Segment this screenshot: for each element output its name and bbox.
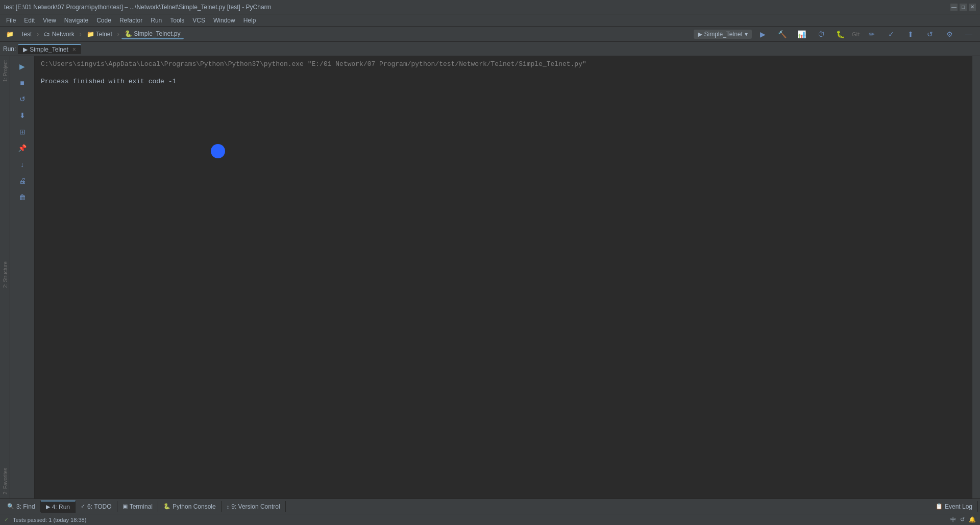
status-chinese-char[interactable]: 中 (950, 516, 956, 523)
rerun-button[interactable]: ↺ (14, 92, 31, 106)
status-right: 中 ↺ 🔔 (950, 516, 976, 523)
git-revert-button[interactable]: ↺ (922, 27, 938, 41)
title-bar: test [E:\01 Network\07 Program\python\te… (0, 0, 980, 14)
scroll-to-end-button[interactable]: ↓ (14, 157, 31, 172)
maximize-button[interactable]: □ (960, 4, 967, 11)
menu-edit[interactable]: Edit (20, 16, 39, 25)
run-bar: Run: ▶ Simple_Telnet × (0, 42, 980, 56)
title-text: test [E:\01 Network\07 Program\python\te… (4, 4, 272, 11)
run-button[interactable]: ▶ (755, 27, 771, 41)
pin-button[interactable]: 📌 (14, 141, 31, 155)
python-console-tab-label: Python Console (173, 503, 216, 510)
menu-navigate[interactable]: Navigate (60, 16, 92, 25)
todo-tab-label: 6: TODO (87, 503, 112, 510)
nav-network[interactable]: 🗂 Network (41, 30, 77, 39)
run-config-tab[interactable]: ▶ Simple_Telnet × (18, 44, 81, 54)
left-panel: ▶ ■ ↺ ⬇ ⊞ 📌 ↓ 🖨 🗑 (10, 56, 35, 498)
bottom-tabs: 🔍 3: Find ▶ 4: Run ✓ 6: TODO ▣ Terminal … (0, 498, 980, 514)
nav-bar: 📁 test › 🗂 Network › 📁 Telnet › 🐍 Simple… (0, 27, 980, 42)
window-controls: — □ ✕ (950, 4, 976, 11)
nav-file[interactable]: 🐍 Simple_Telnet.py (121, 29, 184, 39)
profiler-button[interactable]: ⏱ (813, 27, 829, 41)
content-area: C:\Users\singvis\AppData\Local\Programs\… (35, 56, 972, 498)
version-control-tab-label: 9: Version Control (231, 503, 280, 510)
main-area: 1: Project 2: Structure 2: Favorites ▶ ■… (0, 56, 980, 498)
run-config-icon: ▶ (698, 31, 702, 38)
minimize-button[interactable]: — (950, 4, 958, 11)
menu-refactor[interactable]: Refactor (115, 16, 146, 25)
find-icon: 🔍 (7, 503, 14, 510)
terminal-icon: ▣ (122, 503, 128, 510)
activity-bar: 1: Project 2: Structure 2: Favorites (0, 56, 10, 498)
nav-test[interactable]: test (19, 30, 35, 39)
cursor-indicator (211, 144, 225, 158)
structure-activity-label[interactable]: 2: Structure (0, 257, 10, 292)
right-sidebar[interactable] (972, 56, 980, 498)
run-config-tab-name: Simple_Telnet (30, 46, 68, 53)
run-stop-button[interactable]: ■ (14, 76, 31, 90)
terminal-tab[interactable]: ▣ Terminal (117, 501, 158, 512)
run-play-button[interactable]: ▶ (14, 59, 31, 74)
python-console-tab[interactable]: 🐍 Python Console (158, 501, 222, 512)
run-config-name: Simple_Telnet (704, 31, 743, 38)
run-config-tab-icon: ▶ (23, 46, 28, 53)
project-activity-label[interactable]: 1: Project (0, 56, 10, 86)
version-control-icon: ↕ (227, 504, 230, 510)
todo-tab[interactable]: ✓ 6: TODO (76, 501, 117, 512)
python-console-icon: 🐍 (163, 503, 170, 510)
run-tab-label: 4: Run (52, 504, 70, 511)
event-log-icon: 📋 (936, 503, 943, 510)
menu-window[interactable]: Window (209, 16, 239, 25)
terminal-output[interactable]: C:\Users\singvis\AppData\Local\Programs\… (35, 56, 972, 498)
run-label: Run: (3, 45, 16, 53)
coverage-button[interactable]: 📊 (794, 27, 810, 41)
build-button[interactable]: 🔨 (774, 27, 791, 41)
event-log-tab[interactable]: 📋 Event Log (930, 501, 978, 512)
menu-bar: FileEditViewNavigateCodeRefactorRunTools… (0, 14, 980, 27)
terminal-tab-label: Terminal (130, 503, 153, 510)
status-notification-icon[interactable]: 🔔 (969, 516, 976, 523)
nav-folder-icon[interactable]: 📁 (3, 30, 17, 39)
print-button[interactable]: 🖨 (14, 174, 31, 188)
run-config-dropdown-icon: ▾ (745, 31, 748, 38)
favorites-activity-label[interactable]: 2: Favorites (0, 464, 10, 498)
menu-vcs[interactable]: VCS (188, 16, 209, 25)
nav-telnet[interactable]: 📁 Telnet (84, 30, 115, 39)
step-icon[interactable]: ⬇ (14, 108, 31, 123)
nav-sep-3: › (117, 31, 119, 38)
git-checkmark-button[interactable]: ✓ (883, 27, 899, 41)
run-tab-close[interactable]: × (72, 46, 76, 53)
settings-button[interactable]: ⚙ (941, 27, 958, 41)
menu-code[interactable]: Code (92, 16, 115, 25)
output-line-1: C:\Users\singvis\AppData\Local\Programs\… (41, 60, 966, 68)
close-button[interactable]: ✕ (969, 4, 976, 11)
nav-sep-1: › (37, 31, 39, 38)
version-control-tab[interactable]: ↕ 9: Version Control (222, 501, 286, 512)
run-tab-icon: ▶ (46, 504, 50, 510)
find-tab[interactable]: 🔍 3: Find (2, 501, 41, 512)
event-log-tab-label: Event Log (945, 503, 972, 510)
status-sync-icon[interactable]: ↺ (960, 516, 965, 523)
output-line-2 (41, 69, 966, 77)
menu-tools[interactable]: Tools (166, 16, 188, 25)
git-label: Git: (852, 31, 861, 37)
menu-run[interactable]: Run (146, 16, 166, 25)
trash-button[interactable]: 🗑 (14, 190, 31, 204)
status-left: ✓ Tests passed: 1 (today 18:38) (4, 516, 86, 523)
run-config-selector[interactable]: ▶ Simple_Telnet ▾ (694, 30, 752, 39)
minimize-panel-button[interactable]: — (961, 27, 977, 41)
menu-view[interactable]: View (39, 16, 60, 25)
status-bar: ✓ Tests passed: 1 (today 18:38) 中 ↺ 🔔 (0, 514, 980, 525)
status-check-icon: ✓ (4, 516, 9, 523)
menu-file[interactable]: File (2, 16, 20, 25)
git-push-button[interactable]: ⬆ (902, 27, 919, 41)
nav-sep-2: › (80, 31, 82, 38)
todo-icon: ✓ (81, 503, 85, 510)
debug-button[interactable]: 🐛 (832, 27, 849, 41)
git-update-button[interactable]: ✏ (864, 27, 880, 41)
layout-button[interactable]: ⊞ (14, 125, 31, 139)
find-tab-label: 3: Find (16, 503, 35, 510)
run-tab[interactable]: ▶ 4: Run (41, 500, 76, 513)
status-tests-text: Tests passed: 1 (today 18:38) (13, 517, 86, 523)
menu-help[interactable]: Help (239, 16, 260, 25)
